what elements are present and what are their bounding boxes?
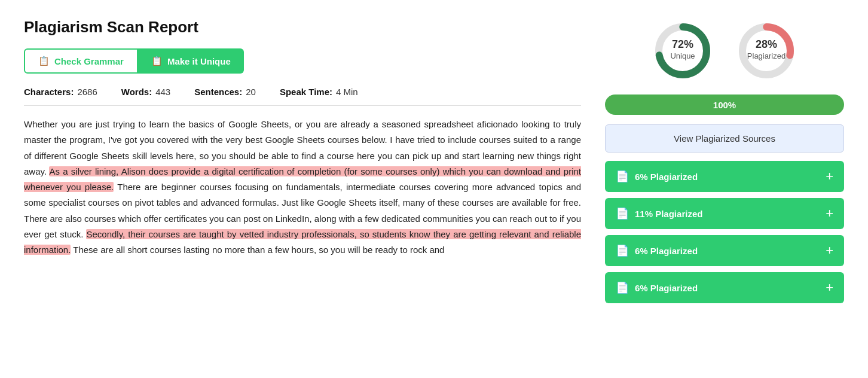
svg-text:72%: 72%: [672, 38, 693, 50]
sentences-stat: Sentences: 20: [194, 87, 256, 97]
content-normal-end: These are all short courses lasting no m…: [71, 245, 444, 255]
plagiarized-donut-chart: 28% Plagiarized: [733, 18, 799, 84]
plagiarism-items-list: 📄 6% Plagiarized + 📄 11% Plagiarized + 📄…: [605, 161, 844, 303]
progress-bar: 100%: [605, 94, 844, 115]
unique-icon: 📋: [151, 56, 163, 66]
words-label: Words:: [121, 87, 152, 97]
doc-icon-2: 📄: [616, 207, 629, 220]
characters-label: Characters:: [24, 87, 74, 97]
grammar-icon: 📋: [38, 56, 50, 66]
sentences-label: Sentences:: [194, 87, 242, 97]
speak-time-value: 4 Min: [336, 87, 358, 97]
page-title: Plagiarism Scan Report: [24, 18, 581, 36]
make-unique-button[interactable]: 📋 Make it Unique: [138, 48, 244, 74]
characters-value: 2686: [77, 87, 97, 97]
plagiarism-item-2-label: 11% Plagiarized: [635, 209, 702, 219]
progress-bar-label: 100%: [713, 100, 736, 110]
plus-icon-1: +: [826, 169, 833, 184]
plagiarism-item-2[interactable]: 📄 11% Plagiarized +: [605, 198, 844, 229]
svg-text:28%: 28%: [756, 38, 777, 50]
svg-text:Unique: Unique: [670, 51, 695, 60]
plagiarism-item-4-label: 6% Plagiarized: [635, 283, 698, 293]
unique-donut-chart: 72% Unique: [650, 18, 716, 84]
speak-time-label: Speak Time:: [280, 87, 332, 97]
plus-icon-3: +: [826, 243, 833, 258]
unique-donut-container: 72% Unique: [650, 18, 716, 84]
doc-icon-1: 📄: [616, 170, 629, 183]
plagiarism-item-4[interactable]: 📄 6% Plagiarized +: [605, 272, 844, 303]
speak-time-stat: Speak Time: 4 Min: [280, 87, 358, 97]
doc-icon-3: 📄: [616, 244, 629, 257]
left-panel: Plagiarism Scan Report 📋 Check Grammar 📋…: [24, 18, 581, 309]
stats-bar: Characters: 2686 Words: 443 Sentences: 2…: [24, 87, 581, 106]
check-grammar-button[interactable]: 📋 Check Grammar: [24, 48, 138, 74]
check-grammar-label: Check Grammar: [54, 56, 124, 66]
view-plagiarized-sources-button[interactable]: View Plagiarized Sources: [605, 124, 844, 153]
view-sources-label: View Plagiarized Sources: [674, 133, 775, 144]
right-panel: 72% Unique 28% Plagiarized 100% View Pla…: [605, 18, 844, 309]
action-buttons: 📋 Check Grammar 📋 Make it Unique: [24, 48, 581, 74]
make-unique-label: Make it Unique: [167, 56, 231, 66]
words-stat: Words: 443: [121, 87, 170, 97]
plus-icon-4: +: [826, 280, 833, 295]
plagiarized-donut-container: 28% Plagiarized: [733, 18, 799, 84]
svg-text:Plagiarized: Plagiarized: [747, 51, 786, 60]
donut-row: 72% Unique 28% Plagiarized: [605, 18, 844, 84]
characters-stat: Characters: 2686: [24, 87, 97, 97]
plagiarism-item-1-label: 6% Plagiarized: [635, 172, 698, 182]
plagiarism-item-3[interactable]: 📄 6% Plagiarized +: [605, 235, 844, 266]
sentences-value: 20: [246, 87, 256, 97]
plus-icon-2: +: [826, 206, 833, 221]
content-text: Whether you are just trying to learn the…: [24, 117, 581, 258]
plagiarism-item-3-label: 6% Plagiarized: [635, 246, 698, 256]
plagiarism-item-1[interactable]: 📄 6% Plagiarized +: [605, 161, 844, 192]
doc-icon-4: 📄: [616, 281, 629, 294]
words-value: 443: [155, 87, 170, 97]
